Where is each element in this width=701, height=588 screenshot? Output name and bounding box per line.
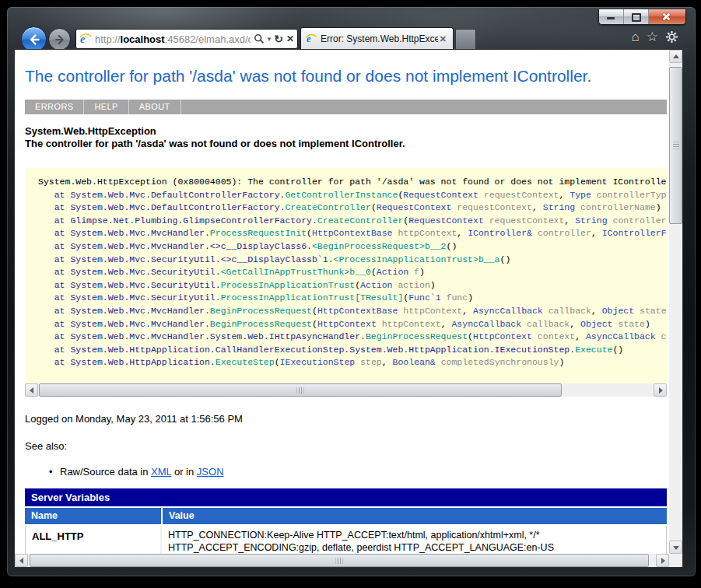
minimize-button[interactable]	[599, 9, 624, 24]
server-variables-table: Server Variables Name Value ALL_HTTP HTT…	[25, 488, 667, 554]
see-also-item: • Raw/Source data in XML or in JSON	[49, 466, 657, 478]
scrollbar-thumb[interactable]	[30, 554, 649, 567]
value-line: HTTP_CONNECTION:Keep-Alive HTTP_ACCEPT:t…	[168, 530, 660, 542]
see-also-middle: or in	[171, 466, 197, 478]
column-header-name: Name	[25, 508, 161, 524]
url-path: :45682/elmah.axd/c	[165, 33, 251, 45]
gear-icon[interactable]	[665, 30, 678, 44]
url-text[interactable]: http://localhost:45682/elmah.axd/c	[95, 33, 251, 45]
see-also-label: See also:	[25, 440, 657, 453]
scrollbar-grip	[297, 387, 304, 394]
horizontal-scrollbar[interactable]	[15, 554, 669, 567]
tab-close-icon[interactable]: ✕	[438, 34, 448, 44]
address-bar-icons: ▾ ↻ ✕	[251, 33, 294, 45]
logged-on-text: Logged on Monday, May 23, 2011 at 1:56:5…	[25, 413, 657, 425]
exception-heading: System.Web.HttpException The controller …	[25, 125, 657, 150]
home-icon[interactable]: ⌂	[631, 30, 639, 44]
stack-horizontal-scrollbar[interactable]	[25, 383, 667, 397]
scroll-down-button[interactable]	[669, 541, 682, 554]
stack-trace-box: System.Web.HttpException (0x80004005): T…	[25, 168, 667, 397]
menu-item-help[interactable]: HELP	[84, 100, 128, 114]
forward-arrow-icon	[54, 33, 66, 46]
scrollbar-grip	[336, 558, 343, 564]
new-tab-button[interactable]	[455, 29, 476, 51]
variable-value-cell: HTTP_CONNECTION:Keep-Alive HTTP_ACCEPT:t…	[162, 526, 666, 554]
page-viewport: The controller for path '/asda' was not …	[15, 50, 682, 567]
exception-message: The controller for path '/asda' was not …	[25, 138, 657, 150]
see-also-text: Raw/Source data in XML or in JSON	[60, 466, 224, 478]
back-button[interactable]	[21, 26, 47, 52]
tab-error-page[interactable]: e Error: System.Web.HttpExce... ✕	[300, 27, 454, 50]
arrow-down-icon	[673, 546, 679, 550]
ie-favicon: e	[306, 33, 317, 44]
elmah-menu-bar: ERRORS HELP ABOUT	[25, 100, 667, 114]
url-scheme: http://	[95, 33, 121, 45]
xml-link[interactable]: XML	[151, 466, 171, 478]
scroll-left-button[interactable]	[15, 554, 28, 567]
minimize-icon	[607, 17, 615, 19]
bullet-icon: •	[49, 466, 60, 478]
arrow-left-icon	[30, 387, 33, 394]
value-line: HTTP_ACCEPT_ENCODING:gzip, deflate, peer…	[168, 542, 660, 555]
table-header-row: Name Value	[25, 508, 667, 524]
scrollbar-thumb[interactable]	[669, 67, 682, 224]
column-header-value: Value	[163, 508, 667, 524]
restore-button[interactable]	[624, 9, 649, 24]
favorites-star-icon[interactable]: ☆	[647, 30, 658, 44]
scrollbar-grip	[673, 142, 679, 149]
scroll-left-button[interactable]	[25, 383, 38, 397]
scroll-right-button[interactable]	[656, 554, 669, 567]
table-row: ALL_HTTP HTTP_CONNECTION:Keep-Alive HTTP…	[25, 526, 667, 554]
variable-name-cell: ALL_HTTP	[26, 526, 162, 554]
browser-chrome-icons: ⌂ ☆	[631, 30, 678, 44]
arrow-right-icon	[659, 387, 663, 394]
search-icon[interactable]	[254, 33, 265, 44]
stop-icon[interactable]: ✕	[286, 33, 294, 44]
url-host: localhost	[121, 33, 165, 45]
elmah-error-page: The controller for path '/asda' was not …	[15, 50, 669, 554]
menu-item-about[interactable]: ABOUT	[129, 100, 181, 114]
json-link[interactable]: JSON	[197, 466, 224, 478]
arrow-up-icon	[673, 54, 679, 58]
arrow-left-icon	[19, 558, 23, 564]
see-also-prefix: Raw/Source data in	[60, 466, 151, 478]
arrow-right-icon	[661, 558, 665, 564]
back-arrow-icon	[27, 33, 41, 47]
scroll-right-button[interactable]	[654, 383, 667, 397]
scroll-up-button[interactable]	[669, 50, 682, 63]
vertical-scrollbar[interactable]	[669, 50, 682, 554]
tab-title: Error: System.Web.HttpExce...	[321, 33, 438, 44]
scrollbar-corner	[669, 554, 682, 567]
restore-icon	[632, 13, 641, 22]
refresh-icon[interactable]: ↻	[274, 33, 283, 45]
browser-window: e http://localhost:45682/elmah.axd/c ▾ ↻…	[6, 6, 696, 577]
scrollbar-thumb[interactable]	[39, 383, 562, 397]
chevron-down-icon[interactable]: ▾	[268, 35, 272, 43]
ie-favicon: e	[79, 33, 92, 45]
exception-type: System.Web.HttpException	[25, 125, 657, 138]
stack-trace: System.Web.HttpException (0x80004005): T…	[25, 168, 667, 383]
close-button[interactable]	[649, 9, 685, 24]
page-title: The controller for path '/asda' was not …	[25, 66, 657, 86]
address-bar[interactable]: e http://localhost:45682/elmah.axd/c ▾ ↻…	[75, 29, 298, 49]
forward-button[interactable]	[48, 28, 71, 51]
table-caption: Server Variables	[25, 488, 667, 506]
caption-buttons	[598, 9, 686, 25]
menu-item-errors[interactable]: ERRORS	[25, 100, 84, 114]
